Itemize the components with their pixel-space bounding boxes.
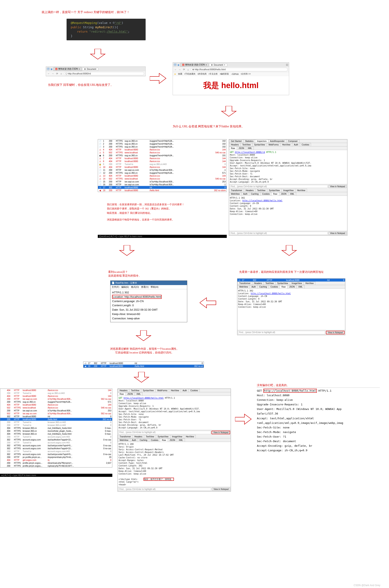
reload-icon[interactable]: ⟳ xyxy=(182,68,185,71)
notepad-menu[interactable]: 文件(F)编辑(E)格式(O)查看(V)帮助(H) xyxy=(110,285,187,289)
inspector-res-tabs2[interactable]: WebViewAuthCachingCookiesRawJSONXML xyxy=(229,192,347,196)
tab-csdn[interactable]: C赞和欢迎·消息-CSDN× xyxy=(53,67,82,71)
note-location: 看到location没？ 这就是前端 重定向的指令。 xyxy=(108,270,141,278)
globe-icon[interactable]: ◉ xyxy=(177,63,180,66)
request-raw: GET http://localhost:8080/rd HTTP/1.1 Ho… xyxy=(229,150,347,184)
home-icon[interactable]: ⌂ xyxy=(60,72,63,75)
close-icon[interactable]: ☐ xyxy=(286,64,288,66)
fwd-icon[interactable]: → xyxy=(51,72,54,75)
quickexec-bar[interactable]: ec] ALT+Q > type HELP to learn more xyxy=(0,474,112,477)
back-icon[interactable]: ← xyxy=(174,68,177,71)
find-bar[interactable]: Find... (press Ctrl+Enter to highlight a… xyxy=(229,184,347,189)
ie-icon[interactable]: ⓔ xyxy=(174,63,177,66)
arrow-down-icon xyxy=(221,106,237,118)
globe-icon[interactable]: ◉ xyxy=(50,68,53,70)
arrow-down-icon xyxy=(133,372,150,384)
back-icon[interactable]: ← xyxy=(47,72,50,75)
arrow-down-icon xyxy=(119,245,135,257)
arrow-down-icon xyxy=(90,49,106,61)
home-icon[interactable]: ⌂ xyxy=(187,68,190,71)
view-notepad-button[interactable]: View in Notepad xyxy=(326,331,345,334)
response-note: 响应，就不打开看了，很明显。 xyxy=(144,478,174,481)
page-heading: 我是 hello.html xyxy=(177,80,285,91)
ie-icon[interactable]: ⓔ xyxy=(47,68,50,70)
note-truth: 没有骗你们吧，这是真的。 xyxy=(257,383,289,387)
notepad-window: 📄RawFile.htm - 记事本 文件(F)编辑(E)格式(O)查看(V)帮… xyxy=(110,280,187,322)
watermark: CSDN @Dark And Grey xyxy=(354,584,380,587)
tab-document[interactable]: ⚙Document× xyxy=(209,63,227,66)
fiddler-mini-list[interactable]: ◁17302HTTPlocalhost:8080/rd0◀18200HTTPlo… xyxy=(83,362,204,368)
fiddler-inspector: Get StartedStatisticsInspectorsAutoRespo… xyxy=(229,139,347,236)
view-notepad-button[interactable]: View in Notepad xyxy=(328,232,347,235)
browser-1: ⓔ ◉ C赞和欢迎·消息-CSDN× ⚙Document ← → ⟳ ⌂ Q h… xyxy=(46,66,146,76)
note-first-req: 先看第一条请求，返回的响应里面到底有没有 下一次要访问的网页地址 xyxy=(239,270,324,274)
arrow-right-icon xyxy=(150,73,166,85)
view-notepad-button[interactable]: View in Notepad xyxy=(328,185,347,188)
fiddler-analysis-note: 我们发现：在发送请求的那一刻，浏览器这边还多发送一个访问请求！ 我们发的那个请求… xyxy=(106,201,223,223)
note-parse: 浏览器通过解析 响应的中内容，发现有一个location属性。 它就会根据 lo… xyxy=(100,347,189,355)
final-request-text: GET http://localhost:8080/hello.html HTT… xyxy=(257,389,343,453)
address-bar[interactable]: Q http://localhost:8080/rd xyxy=(64,72,144,75)
fiddler-inspector-hello: HeadersTextViewSyntaxViewWebFormsHexView… xyxy=(118,389,231,492)
quickexec-bar[interactable]: [QuickExec] ALT+Q > type HELP to learn m… xyxy=(98,235,227,238)
fwd-icon[interactable]: → xyxy=(178,68,181,71)
code-block: @RequestMapping(value = ©"rd") public St… xyxy=(66,19,146,40)
arrow-down-icon xyxy=(135,330,152,342)
bookmark-bar[interactable]: ★收藏 ▪手机收藏夹 ▪跨境电商 ▪常见业务 ▪编程部落 ○GitHub ▪比特… xyxy=(173,72,289,76)
arrow-left-icon xyxy=(200,297,216,309)
location-highlight: Location: http://localhost:8080/hello.ht… xyxy=(112,295,162,299)
arrow-right-icon xyxy=(235,414,252,425)
inspector-top-tabs[interactable]: Get StartedStatisticsInspectorsAutoRespo… xyxy=(229,140,347,143)
reload-icon[interactable]: ⟳ xyxy=(56,72,59,75)
response-raw: HTTP/1.1 302 Location: http://localhost:… xyxy=(229,196,347,216)
inspector-req-tabs[interactable]: HeadersTextViewSyntaxViewWebFormsHexView… xyxy=(229,143,347,146)
top-note: 就上满的一样，直接写一个 关于 redirect 关键字的键值对，就OK了！ xyxy=(42,10,130,14)
address-bar[interactable]: ⊕ http://localhost:8080/hello.html xyxy=(191,68,288,71)
note-why-url: 为什么 URL 会变成 网页地址呢？来下fiddler 装包结果。 xyxy=(173,125,244,128)
fiddler-bottom-list[interactable]: 404HTTPlocalhost:8080/favicon.ico144200H… xyxy=(0,389,112,468)
notepad-title-bar: 📄RawFile.htm - 记事本 xyxy=(110,281,187,285)
inspector-raw-tabs[interactable]: RawJSONXML xyxy=(229,146,347,150)
url-highlight: http://localhost:8080/hello.html xyxy=(263,389,317,393)
fiddler-session-list[interactable]: 📄1200HTTPSsug.so.360.cn/suggest?word=htt… xyxy=(98,139,227,192)
browser-2: ⓔ ◉ C赞和欢迎·消息-CSDN× ⚙Document× ☐ ← → ⟳ ⌂ … xyxy=(173,62,289,95)
inspector-res-tabs[interactable]: TransformerHeadersTextViewSyntaxViewImag… xyxy=(229,189,347,192)
note-enter-changes: 当我们按下 回车键时，你会发现 URL地址改变了。 xyxy=(48,83,113,87)
arrow-down-icon xyxy=(281,245,297,257)
tab-document[interactable]: ⚙Document xyxy=(82,68,98,71)
tab-csdn[interactable]: C赞和欢迎·消息-CSDN× xyxy=(180,63,209,67)
fiddler-inspector-2: ◁17302HTTPlocalhost:8080/rd0 Transformer… xyxy=(237,279,345,335)
